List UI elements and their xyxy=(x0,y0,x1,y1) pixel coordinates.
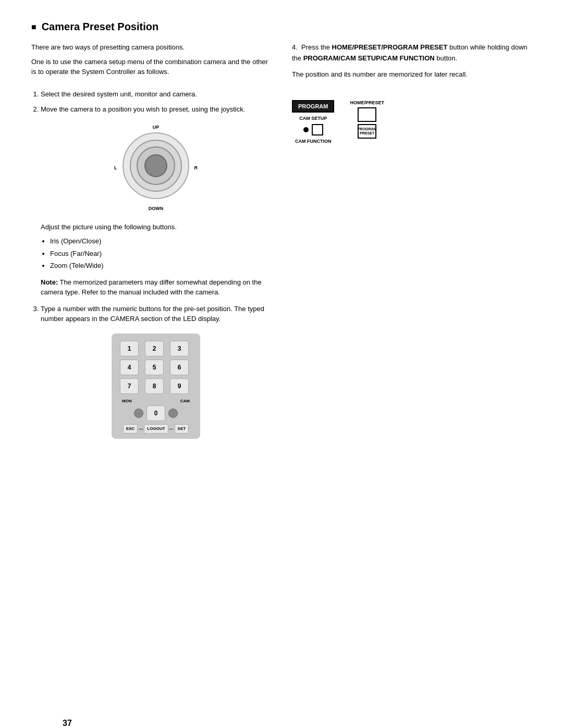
program-button-group: PROGRAM CAM SETUP CAM FUNCTION xyxy=(292,100,334,144)
right-column: 4. Press the HOME/PRESET/PROGRAM PRESET … xyxy=(292,42,532,448)
esc-key[interactable]: ESC xyxy=(123,424,138,434)
joystick-diagram: UP DOWN L R xyxy=(41,124,271,213)
home-preset-label: HOME/PRESET xyxy=(350,100,384,105)
button-diagram: PROGRAM CAM SETUP CAM FUNCTION HOME/PRES… xyxy=(292,100,532,144)
page-title: Camera Preset Position xyxy=(31,21,532,33)
adjust-item-1: Iris (Open/Close) xyxy=(50,236,271,246)
cam-setup-label: CAM SETUP xyxy=(299,116,327,121)
keypad-diagram: 1 2 3 4 5 6 7 8 9 xyxy=(41,334,271,439)
logout-key[interactable]: LOGOUT xyxy=(144,424,168,434)
key-8[interactable]: 8 xyxy=(145,378,164,394)
step-4-text: 4. Press the HOME/PRESET/PROGRAM PRESET … xyxy=(292,42,532,64)
page-number: 37 xyxy=(63,719,72,728)
program-preset-line2: PRESET xyxy=(360,131,374,135)
keypad-bottom-bar: ESC — LOGOUT — SET xyxy=(120,424,192,434)
key-3[interactable]: 3 xyxy=(170,341,189,356)
cam-circle[interactable] xyxy=(168,409,178,418)
key-2[interactable]: 2 xyxy=(145,341,164,356)
key-5[interactable]: 5 xyxy=(145,360,164,375)
key-9[interactable]: 9 xyxy=(170,378,189,394)
step-2: Move the camera to a position you wish t… xyxy=(41,104,271,298)
adjust-item-3: Zoom (Tele/Wide) xyxy=(50,261,271,271)
program-button[interactable]: PROGRAM xyxy=(292,100,334,113)
key-4[interactable]: 4 xyxy=(120,360,139,375)
set-key[interactable]: SET xyxy=(175,424,189,434)
mon-circle[interactable] xyxy=(134,409,143,418)
step-4-recall: The position and its number are memorize… xyxy=(292,69,532,80)
cam-function-label: CAM FUNCTION xyxy=(295,139,332,144)
joystick-up-label: UP xyxy=(153,124,160,131)
intro-line2: One is to use the camera setup menu of t… xyxy=(31,57,271,77)
adjust-item-2: Focus (Far/Near) xyxy=(50,249,271,259)
cam-dot xyxy=(303,127,309,132)
cam-setup-row xyxy=(303,124,323,135)
step-1: Select the desired system unit, monitor … xyxy=(41,89,271,100)
key-7[interactable]: 7 xyxy=(120,378,139,394)
key-1[interactable]: 1 xyxy=(120,341,139,356)
adjust-text: Adjust the picture using the following b… xyxy=(41,222,271,232)
key-0[interactable]: 0 xyxy=(146,405,165,421)
joystick-down-label: DOWN xyxy=(149,205,164,213)
home-preset-group: HOME/PRESET PROGRAM PRESET xyxy=(350,100,384,139)
intro-line1: There are two ways of presetting camera … xyxy=(31,42,271,53)
joystick-right-label: R xyxy=(194,165,198,172)
note-text: Note: The memorized parameters may diffe… xyxy=(41,277,271,298)
program-preset-line1: PROGRAM xyxy=(358,127,377,131)
keypad-bottom-row: 0 xyxy=(120,405,192,421)
key-6[interactable]: 6 xyxy=(170,360,189,375)
cam-setup-box[interactable] xyxy=(312,124,323,135)
home-preset-box[interactable] xyxy=(358,107,376,122)
joystick-left-label: L xyxy=(114,165,117,172)
left-column: There are two ways of presetting camera … xyxy=(31,42,271,448)
step-3: Type a number with the numeric buttons f… xyxy=(41,304,271,439)
keypad-mon-cam-labels: MON CAM xyxy=(120,398,192,404)
program-preset-box[interactable]: PROGRAM PRESET xyxy=(358,124,376,139)
